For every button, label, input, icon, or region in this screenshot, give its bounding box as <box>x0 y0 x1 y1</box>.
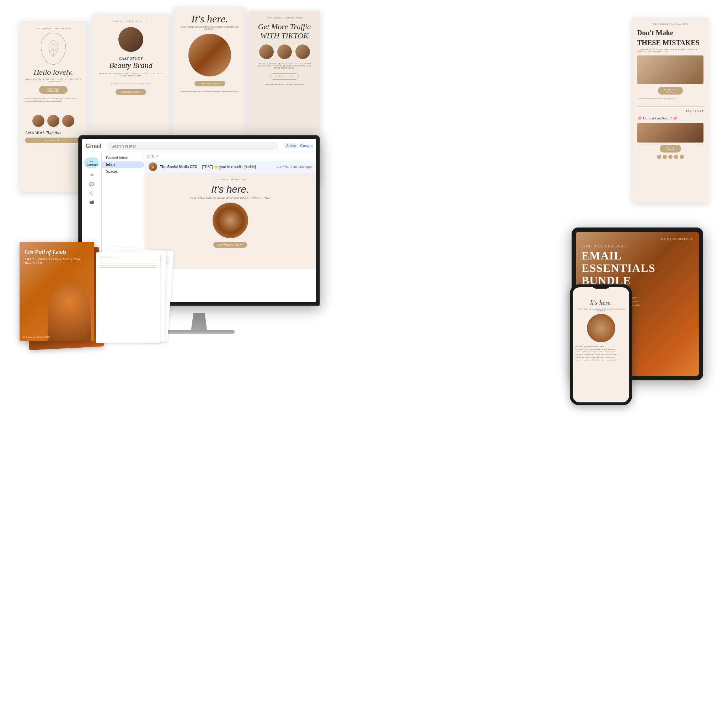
worksheet-page-1: Email Strategy Template <box>96 252 160 343</box>
card5-see-btn[interactable]: SEE THE LATEST <box>660 145 681 153</box>
phone-text-2: ns resource to help you start, nurture &… <box>575 348 626 351</box>
inbox-label: Inbox <box>106 163 116 167</box>
phone-text-4: nning your business as the ultimate solu… <box>575 353 626 356</box>
phone-notch <box>592 284 610 289</box>
tablet-title: EMAIL ESSENTIALS BUNDLE <box>581 249 693 287</box>
card1-face-3 <box>61 114 75 128</box>
gmail-icon-chat[interactable]: 💬 <box>82 180 101 189</box>
card1-rose-icon <box>41 33 66 65</box>
tablet-title-email: EMAIL <box>581 249 693 262</box>
workbook-byline: The Social Media CEO <box>23 336 50 338</box>
email-card-mistakes: THE SOCIAL MEDIA CEO Don't Make THESE MI… <box>632 18 708 203</box>
gmail-toolbar: ☐ ↻ ⋮ <box>144 153 316 160</box>
card3-subtitle: YOUR FREE SOCIAL MEDIA MANAGER TOOLKIT H… <box>180 26 240 30</box>
tablet-logo: THE SOCIAL MEDIA CEO <box>581 237 693 241</box>
card5-logo: THE SOCIAL MEDIA CEO <box>637 23 704 26</box>
card3-download-btn[interactable]: DOWNLOAD NOW <box>194 81 225 86</box>
email-preview-logo: THE SOCIAL MEDIA CEO <box>214 178 246 181</box>
card1-work-together: Let's Work Together <box>25 130 81 135</box>
pinterest-icon[interactable] <box>674 154 678 159</box>
card4-face-3 <box>295 44 310 60</box>
gmail-google-label: Google <box>300 144 312 148</box>
scene: THE SOCIAL MEDIA CEO Hello lovely. THANK… <box>0 0 728 728</box>
workbook-person-silhouette <box>48 284 91 341</box>
card5-social-icons <box>637 154 704 159</box>
email-preview-subtitle: YOUR FREE SOCIAL MEDIA MANAGER TOOLKIT H… <box>190 197 271 199</box>
gmail-icon-video[interactable]: 📹 <box>82 198 101 206</box>
gmail-nav-spaces[interactable]: Spaces <box>102 168 144 175</box>
youtube-icon[interactable] <box>680 154 684 159</box>
gmail-search-placeholder: Search in mail <box>111 144 136 148</box>
phone-text-1: purchasing our Email Essentials Bundle! <box>575 345 626 348</box>
phone-subtitle: YOUR FREE SOCIAL MEDIA MANAGER TOOLKIT H… <box>575 308 626 312</box>
card4-desc: THIS FULL SERVICE MANAGEMENT PACKAGE IS … <box>254 63 314 69</box>
gmail-search-bar[interactable]: Search in mail <box>107 142 278 150</box>
card4-face-1 <box>258 44 274 60</box>
card3-body-text: Lorem ipsum dolor sit amet, consectetur … <box>181 90 238 92</box>
card1-faces-row <box>25 114 81 128</box>
worksheet-title-1: Email Strategy Template <box>99 256 156 258</box>
phone-text-block: purchasing our Email Essentials Bundle! … <box>575 345 626 361</box>
gmail-nav-inbox[interactable]: Inbox <box>102 161 144 168</box>
card1-face-1 <box>32 114 45 128</box>
toolbar-refresh[interactable]: ↻ <box>152 154 154 159</box>
card4-work-btn[interactable]: WORK WITH US <box>270 73 299 80</box>
card5-dont-make: Don't Make <box>637 28 704 37</box>
phone-text-6: includes everything you'll need to creat… <box>575 359 626 361</box>
phone-flower-image <box>587 314 615 342</box>
phone-text-5: at you can sell more services & book you… <box>575 356 626 359</box>
card5-body-text: Lorem ipsum dolor sit amet, consectetur … <box>637 97 704 100</box>
email-preview-flower-image <box>213 203 248 238</box>
gmail-header: Gmail Search in mail Active Google <box>82 139 316 153</box>
card2-beauty-brand: Beauty Brand <box>109 61 153 70</box>
card4-logo: THE SOCIAL MEDIA CEO <box>267 16 302 19</box>
card3-its-here: It's here. <box>191 13 228 24</box>
card2-download-btn[interactable]: DOWNLOAD NOW <box>116 89 146 95</box>
card2-logo: THE SOCIAL MEDIA CEO <box>113 20 148 23</box>
compose-icon: ✏ <box>87 160 96 164</box>
card2-body-text: Lorem ipsum dolor sit amet, consectetur … <box>111 83 151 85</box>
gmail-email-row[interactable]: S The Social Media CEO [TEST] 🌟 your fre… <box>144 160 316 173</box>
worksheet-line-13 <box>99 263 156 263</box>
email-preview-download-btn[interactable]: DOWNLOAD NOW <box>213 242 247 248</box>
phone-bezel: It's here. YOUR FREE SOCIAL MEDIA MANAGE… <box>570 284 632 405</box>
card1-logo: THE SOCIAL MEDIA CEO <box>25 27 81 30</box>
card2-person-photo <box>118 27 143 52</box>
gmail-nav-paused-inbox[interactable]: Paused Inbox <box>102 154 144 161</box>
card5-read-btn[interactable]: READ THE BLOG <box>658 87 683 95</box>
worksheet-line-14 <box>99 265 156 266</box>
card4-face-2 <box>277 44 292 60</box>
card4-faces-row <box>258 44 310 60</box>
card5-connect-image <box>637 123 704 142</box>
tablet-title-essentials: ESSENTIALS <box>581 262 693 274</box>
toolbar-more[interactable]: ⋮ <box>156 154 160 159</box>
phone: It's here. YOUR FREE SOCIAL MEDIA MANAGE… <box>570 284 632 405</box>
instagram-icon[interactable] <box>662 154 667 159</box>
workbook-front-cover: List Full of Leads EMAIL ESSENTIALS FOR … <box>20 242 94 341</box>
card5-these-mistakes: THESE MISTAKES <box>637 38 704 47</box>
workbook-person-photo <box>44 277 94 341</box>
facebook-icon[interactable] <box>657 154 661 159</box>
gmail-icon-spaces[interactable]: ⬡ <box>82 189 101 198</box>
twitter-icon[interactable] <box>668 154 673 159</box>
email-avatar: S <box>148 162 157 171</box>
card1-hello-text: Hello lovely. <box>25 67 81 77</box>
tablet-subtitle: LIST FULL OF LEADS: <box>581 244 693 248</box>
gmail-icon-mail[interactable]: ✉ <box>82 171 101 180</box>
gmail-active-badge: Active <box>284 143 298 148</box>
email-subject: [TEST] 🌟 your free toolkit [inside] <box>202 165 274 169</box>
gmail-compose-btn[interactable]: ✏ Compose <box>84 158 99 168</box>
worksheet-line-15 <box>99 267 156 268</box>
email-preview-its-here: It's here. <box>211 184 249 195</box>
gmail-logo: Gmail <box>86 143 101 149</box>
workbook-title: List Full of Leads EMAIL ESSENTIALS FOR … <box>24 249 89 265</box>
card1-face-2 <box>47 114 60 128</box>
phone-text-3: of dreamy client leads for your social m… <box>575 350 626 353</box>
email-sender: The Social Media CEO <box>160 165 199 169</box>
card5-blog-image <box>637 55 704 84</box>
card1-visit-btn[interactable]: VISIT THE WEBSITE <box>39 86 67 94</box>
card1-subtitle: THANKS FOR BEING HERE. MORE GOODNESS IS … <box>25 78 81 83</box>
phone-its-here: It's here. <box>590 299 612 307</box>
toolbar-checkbox[interactable]: ☐ <box>147 154 150 159</box>
card5-connect-label: 🌸 Connect on Social 🌸 <box>637 115 704 121</box>
